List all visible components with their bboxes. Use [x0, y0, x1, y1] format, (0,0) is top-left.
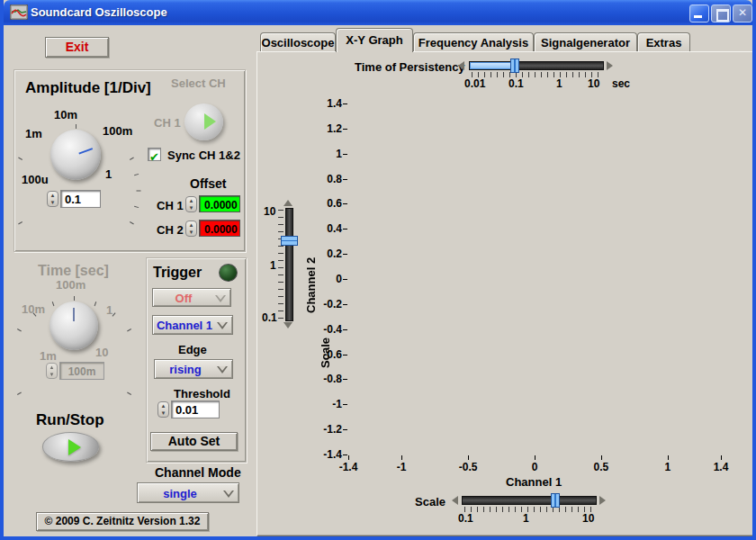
select-ch-button[interactable] — [184, 104, 223, 140]
amplitude-spinner[interactable]: ▲▼ — [47, 191, 58, 207]
amp-knob-label-10m: 10m — [54, 108, 77, 122]
amplitude-knob-face[interactable] — [50, 130, 101, 180]
check-icon: ✔ — [149, 150, 159, 164]
amplitude-value-field[interactable]: 0.1 — [60, 190, 101, 208]
x-tick-label: -0.5 — [454, 461, 482, 473]
vscale-up-arrow[interactable] — [284, 200, 292, 206]
trigger-led — [219, 264, 238, 282]
y-tick-label: 0.6 — [308, 197, 342, 210]
vscale-slider-track[interactable] — [285, 208, 293, 321]
knob-tick — [94, 302, 97, 306]
slider-left-arrow[interactable] — [458, 61, 464, 70]
y-tick-label: -1.4 — [308, 448, 342, 461]
vscale-slider-ticks — [278, 210, 284, 320]
hscale-label: Scale — [415, 495, 446, 508]
amp-knob-label-100m: 100m — [103, 124, 132, 138]
trigger-edge-dropdown[interactable]: rising — [154, 359, 233, 379]
channel-mode-dropdown[interactable]: single — [137, 482, 239, 503]
offset-ch2-spinner[interactable]: ▲▼ — [185, 220, 197, 237]
time-knob-label-100m: 100m — [56, 278, 86, 292]
threshold-field[interactable]: 0.01 — [171, 400, 220, 418]
x-tick-mark — [535, 455, 536, 460]
x-tick-label: 1 — [653, 461, 682, 473]
y-tick-mark — [343, 355, 347, 356]
hscale-slider-thumb[interactable] — [551, 493, 560, 508]
time-knob-label-10m: 10m — [22, 302, 45, 316]
tab-extras[interactable]: Extras — [637, 32, 690, 52]
hscale-slider-ticks — [464, 507, 596, 512]
hscale-tick-1: 1 — [523, 512, 529, 525]
runstop-button[interactable] — [42, 432, 99, 462]
vscale-slider-thumb[interactable] — [281, 236, 298, 246]
persistency-label: Time of Persistency — [355, 60, 465, 74]
time-knob-label-1m: 1m — [40, 349, 57, 363]
offset-ch1-field[interactable]: 0.0000 — [199, 195, 240, 212]
maximize-button[interactable] — [711, 4, 731, 22]
persistency-tick-001: 0.01 — [464, 77, 485, 90]
persistency-slider-thumb[interactable] — [510, 58, 519, 73]
trigger-source-dropdown[interactable]: Channel 1 — [152, 315, 233, 335]
amp-knob-label-1: 1 — [105, 167, 112, 181]
time-spinner[interactable]: ▲▼ — [46, 363, 58, 379]
threshold-spinner[interactable]: ▲▼ — [158, 401, 169, 418]
time-value-field[interactable]: 100m — [59, 362, 104, 380]
amplitude-knob[interactable] — [50, 130, 101, 180]
x-tick-mark — [468, 455, 469, 460]
persistency-unit: sec — [612, 77, 630, 90]
knob-tick — [17, 328, 22, 331]
channel-mode-label: Channel Mode — [155, 465, 241, 480]
chevron-down-icon — [223, 490, 234, 498]
maximize-icon — [716, 9, 729, 22]
y-axis-title: Channel 2 — [304, 245, 318, 313]
copyright-bar: © 2009 C. Zeitnitz Version 1.32 — [36, 512, 209, 531]
x-tick-mark — [601, 455, 602, 460]
hscale-left-arrow[interactable] — [452, 496, 458, 505]
close-button[interactable]: ✕ — [733, 4, 752, 22]
hscale-tick-10: 10 — [582, 512, 594, 525]
x-tick-label: -1.4 — [334, 461, 363, 473]
chevron-down-icon — [217, 366, 228, 374]
y-tick-label: 1.4 — [308, 97, 342, 110]
y-tick-mark — [343, 104, 347, 104]
x-tick-label: 0 — [520, 461, 549, 473]
tab-xy-graph[interactable]: X-Y Graph — [336, 28, 413, 52]
tab-signalgenerator[interactable]: Signalgenerator — [534, 32, 637, 52]
app-window: Soundcard Oszilloscope ✕ Exit Amplitude … — [0, 0, 756, 540]
slider-right-arrow[interactable] — [607, 61, 613, 70]
x-tick-mark — [721, 455, 722, 460]
close-icon: ✕ — [734, 6, 752, 19]
runstop-label: Run/Stop — [36, 411, 104, 429]
time-knob[interactable] — [50, 302, 98, 350]
chevron-down-icon — [217, 322, 228, 329]
hscale-right-arrow[interactable] — [599, 496, 606, 505]
offset-ch2-field[interactable]: 0.0000 — [199, 220, 240, 237]
exit-button[interactable]: Exit — [45, 37, 109, 58]
vscale-down-arrow[interactable] — [284, 322, 292, 328]
offset-ch2-label: CH 2 — [157, 223, 184, 237]
time-knob-label-10: 10 — [95, 346, 108, 359]
minimize-icon — [694, 15, 702, 18]
y-tick-mark — [343, 429, 347, 430]
knob-tick — [52, 302, 55, 306]
y-tick-mark — [343, 379, 347, 380]
y-tick-mark — [343, 179, 347, 180]
time-title: Time [sec] — [38, 263, 109, 279]
auto-set-button[interactable]: Auto Set — [150, 432, 238, 451]
offset-title: Offset — [190, 176, 226, 191]
title-bar: Soundcard Oszilloscope ✕ — [4, 0, 752, 25]
vscale-tick-1: 1 — [270, 259, 276, 272]
hscale-slider-track[interactable] — [462, 496, 597, 505]
knob-tick — [74, 296, 75, 301]
tab-oscilloscope[interactable]: Oscilloscope — [260, 32, 336, 52]
y-tick-mark — [343, 279, 347, 280]
offset-ch1-label: CH 1 — [157, 199, 184, 212]
amp-knob-label-1m: 1m — [25, 127, 42, 140]
offset-ch1-spinner[interactable]: ▲▼ — [185, 196, 197, 212]
trigger-source-value: Channel 1 — [153, 319, 216, 332]
minimize-button[interactable] — [689, 4, 709, 22]
trigger-mode-dropdown[interactable]: Off — [152, 288, 231, 307]
x-axis-title: Channel 1 — [506, 475, 562, 489]
tab-frequency-analysis[interactable]: Frequency Analysis — [413, 32, 534, 52]
sync-checkbox[interactable]: ✔ — [148, 148, 161, 161]
knob-tick — [76, 124, 76, 129]
